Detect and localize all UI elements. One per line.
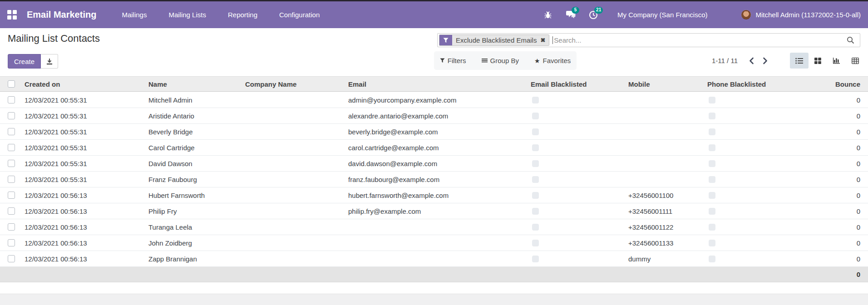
table-row[interactable]: 12/03/2021 00:55:31 Franz Faubourg franz… <box>0 172 868 187</box>
row-select-checkbox[interactable] <box>8 223 15 231</box>
favorites-button[interactable]: ★ Favorites <box>534 57 571 64</box>
row-select-checkbox[interactable] <box>8 207 15 215</box>
filter-facet-label: Exclude Blacklisted Emails ✖ <box>452 35 549 45</box>
cell-created-on: 12/03/2021 00:56:13 <box>25 239 148 247</box>
phone-blacklisted-checkbox <box>709 240 715 246</box>
list-view-icon <box>795 58 803 64</box>
pager-value[interactable]: 1-11 / 11 <box>712 57 738 64</box>
column-header-email-blacklisted[interactable]: Email Blacklisted <box>531 80 628 88</box>
cell-bounce: 0 <box>807 223 868 231</box>
table-row[interactable]: 12/03/2021 00:55:31 David Dawson david.d… <box>0 156 868 172</box>
row-select-checkbox[interactable] <box>8 96 15 103</box>
cell-name: Philip Fry <box>148 207 245 215</box>
cell-name: Hubert Farnsworth <box>148 192 245 199</box>
cell-email: franz.faubourg@example.com <box>348 176 531 183</box>
apps-menu-square <box>13 10 17 14</box>
table-row[interactable]: 12/03/2021 00:56:13 Hubert Farnsworth hu… <box>0 187 868 203</box>
email-blacklisted-checkbox <box>532 160 539 167</box>
filters-label: Filters <box>448 57 466 64</box>
nav-item-mailing-lists[interactable]: Mailing Lists <box>168 11 206 19</box>
pager-next-icon[interactable] <box>759 54 772 68</box>
cell-email: alexandre.antario@example.com <box>348 112 531 120</box>
cell-name: Beverly Bridge <box>148 128 245 136</box>
cell-mobile: dummy <box>628 255 707 263</box>
cell-email: philip.fry@example.com <box>348 207 531 215</box>
column-header-email[interactable]: Email <box>348 80 531 88</box>
email-blacklisted-checkbox <box>532 240 539 246</box>
remove-filter-icon[interactable]: ✖ <box>540 37 545 43</box>
table-row[interactable]: 12/03/2021 00:55:31 Mitchell Admin admin… <box>0 92 868 108</box>
row-select-checkbox[interactable] <box>8 239 15 246</box>
table-row[interactable]: 12/03/2021 00:56:13 Turanga Leela +32456… <box>0 219 868 235</box>
filter-funnel-icon <box>439 35 452 45</box>
cell-bounce: 0 <box>807 192 868 199</box>
phone-blacklisted-checkbox <box>709 224 715 231</box>
company-switcher[interactable]: My Company (San Francisco) <box>617 11 707 19</box>
row-select-checkbox[interactable] <box>8 176 15 183</box>
cell-name: Franz Faubourg <box>148 176 245 183</box>
phone-blacklisted-checkbox <box>709 160 715 167</box>
table-row[interactable]: 12/03/2021 00:56:13 Philip Fry philip.fr… <box>0 203 868 219</box>
table-row[interactable]: 12/03/2021 00:55:31 Aristide Antario ale… <box>0 108 868 124</box>
column-header-created-on[interactable]: Created on <box>25 80 148 88</box>
row-select-checkbox[interactable] <box>8 144 15 151</box>
phone-blacklisted-checkbox <box>709 256 715 262</box>
email-blacklisted-checkbox <box>532 176 539 183</box>
user-menu[interactable]: Mitchell Admin (11372002-15-0-all) <box>741 10 861 20</box>
table-header: Created on Name Company Name Email Email… <box>0 76 868 92</box>
row-select-checkbox[interactable] <box>8 128 15 135</box>
pivot-view-button[interactable] <box>846 53 864 69</box>
nav-item-reporting[interactable]: Reporting <box>228 11 257 19</box>
column-header-company-name[interactable]: Company Name <box>245 80 348 88</box>
filters-button[interactable]: Filters <box>440 57 466 64</box>
action-buttons: Create <box>8 54 58 69</box>
apps-menu-icon[interactable] <box>7 10 17 20</box>
list-view-button[interactable] <box>790 53 809 69</box>
group-by-label: Group By <box>490 57 519 64</box>
column-header-bounce[interactable]: Bounce <box>807 80 868 88</box>
column-header-phone-blacklisted[interactable]: Phone Blacklisted <box>707 80 807 88</box>
email-blacklisted-checkbox <box>532 192 539 199</box>
cell-email: admin@yourcompany.example.com <box>348 96 531 104</box>
search-input[interactable] <box>553 36 847 44</box>
create-button[interactable]: Create <box>8 54 41 69</box>
table-row[interactable]: 12/03/2021 00:55:31 Carol Cartridge caro… <box>0 140 868 156</box>
messages-icon[interactable]: 5 <box>566 10 576 20</box>
nav-item-configuration[interactable]: Configuration <box>279 11 320 19</box>
kanban-view-button[interactable] <box>809 53 827 69</box>
select-all-checkbox[interactable] <box>8 80 15 88</box>
cell-created-on: 12/03/2021 00:56:13 <box>25 255 148 263</box>
row-select-checkbox[interactable] <box>8 160 15 167</box>
cell-created-on: 12/03/2021 00:55:31 <box>25 112 148 120</box>
group-by-button[interactable]: Group By <box>482 57 519 64</box>
cell-bounce: 0 <box>807 112 868 120</box>
column-header-mobile[interactable]: Mobile <box>628 80 707 88</box>
table-row[interactable]: 12/03/2021 00:56:13 John Zoidberg +32456… <box>0 235 868 251</box>
cell-created-on: 12/03/2021 00:56:13 <box>25 207 148 215</box>
phone-blacklisted-checkbox <box>709 144 715 151</box>
cell-bounce: 0 <box>807 255 868 263</box>
table-row[interactable]: 12/03/2021 00:55:31 Beverly Bridge bever… <box>0 124 868 140</box>
main-menu: Mailings Mailing Lists Reporting Configu… <box>122 11 320 19</box>
cell-created-on: 12/03/2021 00:55:31 <box>25 144 148 152</box>
table-row[interactable]: 12/03/2021 00:56:13 Zapp Brannigan dummy… <box>0 251 868 267</box>
export-button[interactable] <box>41 54 58 69</box>
email-blacklisted-checkbox <box>532 97 539 103</box>
graph-view-button[interactable] <box>827 53 846 69</box>
cell-created-on: 12/03/2021 00:56:13 <box>25 192 148 199</box>
row-select-checkbox[interactable] <box>8 255 15 262</box>
row-select-checkbox[interactable] <box>8 192 15 199</box>
email-blacklisted-checkbox <box>532 256 539 262</box>
pager-previous-icon[interactable] <box>745 54 759 68</box>
download-icon <box>46 58 53 65</box>
app-name[interactable]: Email Marketing <box>27 10 96 20</box>
debug-bug-icon[interactable] <box>543 10 553 20</box>
phone-blacklisted-checkbox <box>709 192 715 199</box>
nav-item-mailings[interactable]: Mailings <box>122 11 147 19</box>
row-select-checkbox[interactable] <box>8 112 15 119</box>
column-header-name[interactable]: Name <box>148 80 245 88</box>
table-footer: 0 <box>0 267 868 282</box>
search-options-bar: Filters Group By ★ Favorites <box>434 51 577 70</box>
phone-blacklisted-checkbox <box>709 97 715 103</box>
activities-clock-icon[interactable]: 21 <box>588 10 598 20</box>
